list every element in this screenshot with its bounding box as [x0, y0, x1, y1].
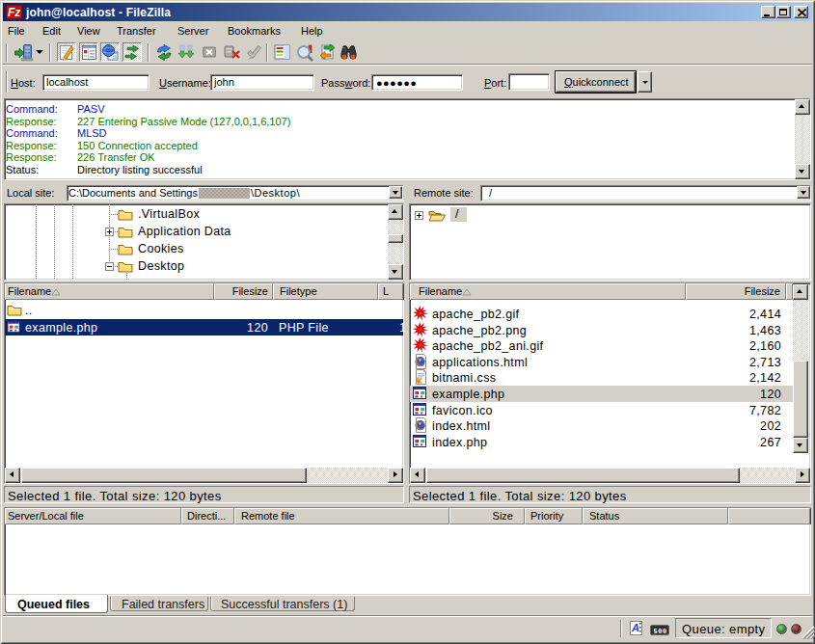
svg-text:A: A	[631, 622, 639, 633]
